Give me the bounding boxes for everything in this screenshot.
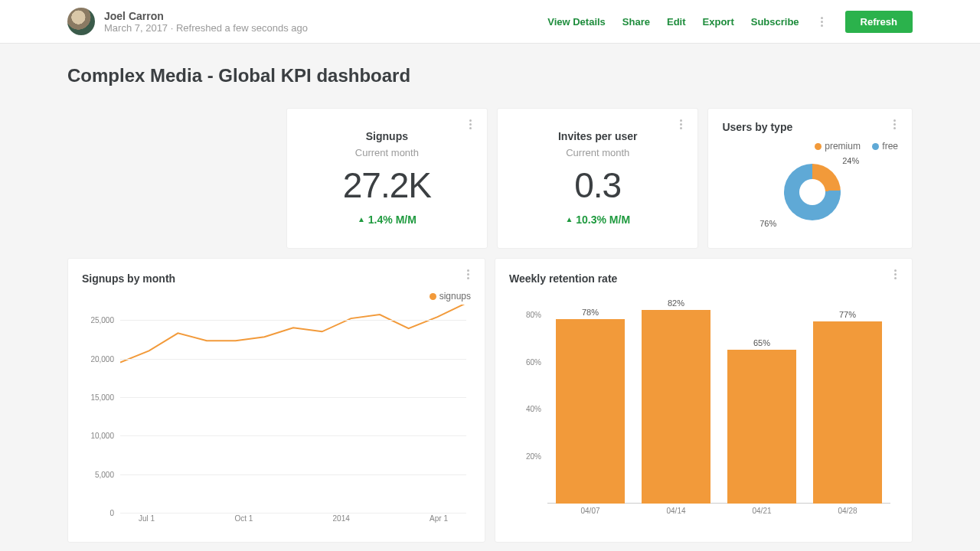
kpi-value: 27.2K xyxy=(295,165,479,206)
page-title: Complex Media - Global KPI dashboard xyxy=(67,65,913,86)
bar-value-label: 82% xyxy=(668,298,684,308)
y-tick: 20% xyxy=(526,452,541,461)
card-menu-icon[interactable] xyxy=(462,269,474,279)
header-actions: View Details Share Edit Export Subscribe… xyxy=(547,11,913,33)
card-title: Signups by month xyxy=(82,272,471,285)
view-details-link[interactable]: View Details xyxy=(547,16,606,28)
avatar[interactable] xyxy=(67,8,95,35)
y-tick: 60% xyxy=(526,357,541,366)
y-tick: 40% xyxy=(526,405,541,413)
share-link[interactable]: Share xyxy=(622,16,650,28)
owner-meta: March 7, 2017 · Refreshed a few seconds … xyxy=(104,22,308,34)
more-menu-icon[interactable] xyxy=(816,17,828,27)
bar-value-label: 78% xyxy=(582,308,599,317)
y-tick: 0 xyxy=(109,509,114,517)
x-tick: 04/28 xyxy=(838,507,857,520)
card-title: Users by type xyxy=(722,121,898,133)
bar-chart: 20%40%60%80% 78%82%65%77% 04/0704/1404/2… xyxy=(509,291,898,520)
card-menu-icon[interactable] xyxy=(889,269,901,279)
owner-block: Joel Carron March 7, 2017 · Refreshed a … xyxy=(67,8,308,35)
bar-column: 78% xyxy=(552,308,629,504)
kpi-delta: 10.3% M/M xyxy=(505,214,690,226)
pct-free: 76% xyxy=(760,219,776,228)
bar xyxy=(642,310,710,504)
x-tick: 04/21 xyxy=(752,507,771,520)
bar-column: 77% xyxy=(809,310,886,504)
card-menu-icon[interactable] xyxy=(889,119,901,129)
kpi-subtitle: Current month xyxy=(505,147,690,158)
card-menu-icon[interactable] xyxy=(464,119,476,129)
donut-chart: 24% 76% xyxy=(749,156,871,233)
bar xyxy=(556,319,625,504)
legend-dot-icon xyxy=(430,293,436,300)
x-tick: Apr 1 xyxy=(430,514,448,527)
y-tick: 5,000 xyxy=(95,470,114,478)
x-tick: Jul 1 xyxy=(139,514,155,527)
donut-icon xyxy=(784,164,841,220)
line-series xyxy=(120,305,466,513)
card-users-by-type: Users by type premium free 24% 76% xyxy=(707,108,913,249)
y-tick: 25,000 xyxy=(90,316,114,324)
owner-name: Joel Carron xyxy=(104,10,308,22)
x-tick: Oct 1 xyxy=(234,514,253,527)
x-tick: 2014 xyxy=(333,514,350,527)
card-menu-icon[interactable] xyxy=(675,119,687,129)
y-tick: 15,000 xyxy=(90,393,114,401)
bar-value-label: 77% xyxy=(839,310,856,319)
y-tick: 80% xyxy=(526,310,541,318)
y-tick: 20,000 xyxy=(90,354,114,363)
bar-column: 65% xyxy=(724,338,800,504)
card-signups-by-month: Signups by month signups 05,00010,00015,… xyxy=(67,258,485,543)
kpi-delta: 1.4% M/M xyxy=(295,214,479,226)
legend-premium: premium xyxy=(825,141,861,152)
bar-column: 82% xyxy=(638,298,714,504)
export-link[interactable]: Export xyxy=(703,16,734,28)
y-tick: 10,000 xyxy=(90,432,114,440)
legend-signups: signups xyxy=(439,291,471,302)
bar xyxy=(727,350,796,504)
bar xyxy=(813,321,882,504)
bar-value-label: 65% xyxy=(753,338,770,347)
x-tick: 04/14 xyxy=(666,507,685,520)
line-chart: 05,00010,00015,00020,00025,000 Jul 1Oct … xyxy=(82,305,471,527)
x-tick: 04/07 xyxy=(580,507,599,520)
card-title: Weekly retention rate xyxy=(509,272,898,285)
card-invites: Invites per user Current month 0.3 10.3%… xyxy=(497,108,698,249)
edit-link[interactable]: Edit xyxy=(667,16,686,28)
legend: signups xyxy=(82,291,471,302)
top-bar: Joel Carron March 7, 2017 · Refreshed a … xyxy=(0,0,980,44)
legend: premium free xyxy=(722,141,898,152)
kpi-subtitle: Current month xyxy=(295,147,479,158)
refresh-button[interactable]: Refresh xyxy=(845,11,913,33)
legend-free: free xyxy=(882,141,898,152)
card-signups: Signups Current month 27.2K 1.4% M/M xyxy=(286,108,488,249)
pct-premium: 24% xyxy=(842,156,859,165)
subscribe-link[interactable]: Subscribe xyxy=(751,16,799,28)
legend-dot-free xyxy=(872,143,879,150)
kpi-title: Signups xyxy=(295,130,479,142)
legend-dot-premium xyxy=(815,143,822,150)
card-weekly-retention: Weekly retention rate 20%40%60%80% 78%82… xyxy=(495,258,913,543)
kpi-value: 0.3 xyxy=(505,165,690,206)
kpi-title: Invites per user xyxy=(505,130,690,142)
